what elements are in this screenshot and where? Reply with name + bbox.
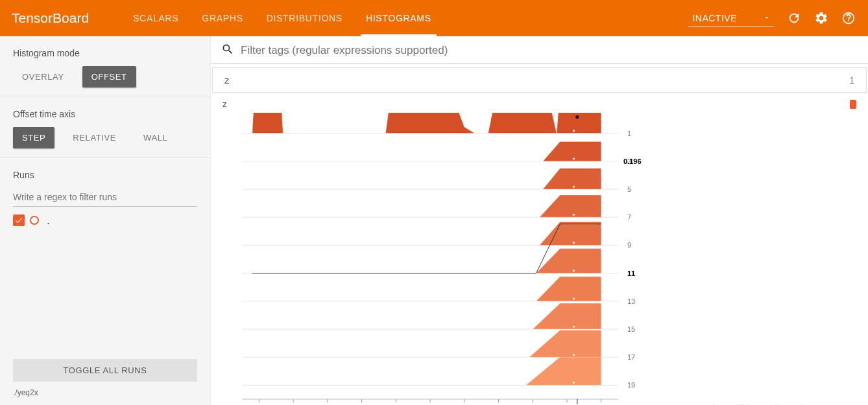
tag-card-count: 1 — [849, 75, 854, 86]
svg-point-45 — [572, 353, 575, 356]
app-header: TensorBoard SCALARS GRAPHS DISTRIBUTIONS… — [0, 0, 868, 36]
run-radio-empty[interactable] — [30, 216, 39, 225]
nav-tabs: SCALARS GRAPHS DISTRIBUTIONS HISTOGRAMS — [121, 0, 443, 36]
svg-point-61 — [575, 115, 579, 119]
svg-text:11: 11 — [627, 270, 635, 277]
offset-axis-title: Offset time axis — [13, 109, 197, 119]
histogram-chart-area: z 1357911131517190.951.051.151.251.351.4… — [211, 93, 868, 405]
refresh-icon[interactable] — [786, 10, 802, 26]
tab-histograms[interactable]: HISTOGRAMS — [354, 0, 443, 36]
run-path-label: ./yeq2x — [13, 388, 197, 397]
svg-point-44 — [572, 382, 575, 384]
offset-axis-section: Offset time axis STEP RELATIVE WALL — [0, 97, 210, 158]
runs-title: Runs — [13, 170, 197, 180]
svg-text:19: 19 — [627, 381, 635, 389]
sidebar: Histogram mode OVERLAY OFFSET Offset tim… — [0, 36, 211, 405]
mode-overlay-button[interactable]: OVERLAY — [13, 66, 73, 87]
svg-point-52 — [572, 157, 575, 160]
svg-text:7: 7 — [627, 213, 631, 221]
axis-relative-button[interactable]: RELATIVE — [64, 127, 125, 148]
svg-point-56 — [572, 130, 575, 132]
tag-filter-bar — [211, 36, 868, 64]
runs-filter-input[interactable] — [13, 188, 197, 207]
app-logo: TensorBoard — [12, 10, 89, 26]
chevron-down-icon — [763, 13, 771, 23]
svg-point-47 — [572, 297, 575, 300]
help-icon[interactable] — [841, 10, 856, 26]
tab-graphs[interactable]: GRAPHS — [190, 0, 254, 36]
svg-point-50 — [572, 213, 575, 216]
svg-text:15: 15 — [627, 325, 635, 333]
mode-offset-button[interactable]: OFFSET — [82, 66, 136, 87]
svg-point-51 — [572, 185, 575, 188]
inactive-plugins-select[interactable]: INACTIVE — [688, 10, 775, 27]
svg-text:1: 1 — [627, 130, 631, 137]
sidebar-bottom: TOGGLE ALL RUNS ./yeq2x — [0, 351, 210, 405]
histogram-mode-section: Histogram mode OVERLAY OFFSET — [0, 36, 210, 97]
tag-card-header[interactable]: z 1 — [212, 67, 867, 93]
gear-icon[interactable] — [814, 10, 829, 26]
histogram-mode-title: Histogram mode — [13, 48, 197, 58]
svg-text:5: 5 — [627, 185, 631, 193]
runs-section: Runs . — [0, 158, 210, 235]
inactive-label: INACTIVE — [692, 13, 737, 23]
header-right-controls: INACTIVE — [688, 10, 856, 27]
tab-distributions[interactable]: DISTRIBUTIONS — [255, 0, 354, 36]
chart-expand-icon[interactable] — [850, 100, 856, 109]
main-content: z 1 z 1357911131517190.951.051.151.251.3… — [211, 36, 868, 405]
axis-step-button[interactable]: STEP — [13, 127, 54, 148]
histogram-svg[interactable]: 1357911131517190.951.051.151.251.351.451… — [223, 113, 651, 405]
axis-wall-button[interactable]: WALL — [134, 127, 176, 148]
svg-text:17: 17 — [627, 353, 635, 361]
tab-scalars[interactable]: SCALARS — [121, 0, 190, 36]
tag-card-title: z — [224, 75, 230, 86]
svg-text:13: 13 — [627, 297, 635, 305]
svg-text:9: 9 — [627, 241, 631, 249]
search-icon — [221, 43, 234, 58]
run-checkbox-all[interactable] — [13, 214, 25, 226]
run-dot-label: . — [47, 218, 50, 222]
svg-point-46 — [572, 325, 575, 328]
runs-row: . — [13, 214, 197, 226]
svg-text:0.196: 0.196 — [623, 157, 642, 165]
chart-subtitle: z — [223, 99, 227, 109]
toggle-all-runs-button[interactable]: TOGGLE ALL RUNS — [13, 359, 197, 382]
svg-point-48 — [572, 270, 575, 272]
svg-point-49 — [572, 242, 575, 244]
tag-filter-input[interactable] — [241, 44, 858, 57]
